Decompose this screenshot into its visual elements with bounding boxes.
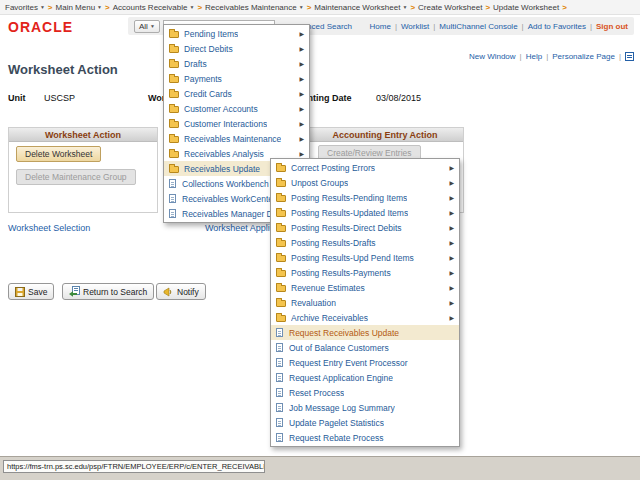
menu-item[interactable]: Posting Results-Drafts▶ (271, 235, 459, 250)
page-icon (276, 343, 283, 352)
return-to-search-button[interactable]: Return to Search (62, 283, 154, 300)
menu-item[interactable]: Drafts▶ (164, 56, 309, 71)
menu-item[interactable]: Posting Results-Pending Items▶ (271, 190, 459, 205)
menu-item[interactable]: Revaluation▶ (271, 295, 459, 310)
submenu-arrow-icon: ▶ (295, 120, 304, 127)
menu-item[interactable]: Customer Accounts▶ (164, 101, 309, 116)
submenu-arrow-icon: ▶ (295, 30, 304, 37)
folder-icon (169, 166, 179, 173)
accounting-date-value: 03/08/2015 (376, 93, 421, 103)
menu-item-label: Job Message Log Summary (289, 403, 395, 413)
page-icon (276, 328, 283, 337)
folder-icon (276, 270, 286, 277)
separator: | (619, 52, 621, 61)
page-icon (169, 194, 176, 203)
worksheet-selection-link[interactable]: Worksheet Selection (8, 223, 90, 233)
menu-item-label: Request Rebate Process (289, 433, 384, 443)
menu-item[interactable]: Job Message Log Summary (271, 400, 459, 415)
menu-item-label: Unpost Groups (291, 178, 348, 188)
separator: | (433, 22, 435, 31)
new-window-link[interactable]: New Window (469, 52, 516, 61)
submenu-arrow-icon: ▶ (445, 194, 454, 201)
menu-item-label: Posting Results-Drafts (291, 238, 376, 248)
breadcrumb-item-update-worksheet[interactable]: Update Worksheet (493, 3, 559, 12)
menu-item-label: Posting Results-Updated Items (291, 208, 408, 218)
breadcrumb-item-receivables-maintenance[interactable]: Receivables Maintenance▼ (205, 3, 304, 12)
copy-url-icon[interactable] (625, 52, 634, 61)
folder-icon (276, 180, 286, 187)
menu-item-label: Pending Items (184, 29, 238, 39)
menu-item[interactable]: Out of Balance Customers (271, 340, 459, 355)
menu-item-request-receivables-update[interactable]: Request Receivables Update (271, 325, 459, 340)
page-icon (276, 388, 283, 397)
folder-icon (169, 91, 179, 98)
breadcrumb-label: Create Worksheet (418, 3, 482, 12)
menu-item[interactable]: Payments▶ (164, 71, 309, 86)
folder-icon (276, 195, 286, 202)
menu-item[interactable]: Credit Cards▶ (164, 86, 309, 101)
submenu-arrow-icon: ▶ (295, 90, 304, 97)
personalize-page-link[interactable]: Personalize Page (552, 52, 615, 61)
menu-item[interactable]: Archive Receivables▶ (271, 310, 459, 325)
menu-item-label: Revaluation (291, 298, 336, 308)
notify-button[interactable]: Notify (156, 283, 206, 300)
chevron-down-icon: ▼ (402, 4, 407, 10)
save-button[interactable]: Save (8, 283, 54, 300)
page-icon (276, 403, 283, 412)
sign-out-link[interactable]: Sign out (596, 22, 628, 31)
submenu-arrow-icon: ▶ (295, 60, 304, 67)
breadcrumb-separator-icon: > (562, 3, 567, 12)
menu-item[interactable]: Request Application Engine (271, 370, 459, 385)
folder-icon (276, 300, 286, 307)
add-to-favorites-link[interactable]: Add to Favorites (528, 22, 586, 31)
delete-worksheet-button[interactable]: Delete Worksheet (16, 146, 101, 162)
receivables-update-submenu: Correct Posting Errors▶ Unpost Groups▶ P… (270, 158, 460, 447)
breadcrumb-item-maintenance-worksheet[interactable]: Maintenance Worksheet▼ (314, 3, 407, 12)
breadcrumb-item-accounts-receivable[interactable]: Accounts Receivable▼ (113, 3, 195, 12)
folder-icon (276, 210, 286, 217)
menu-item[interactable]: Receivables Maintenance▶ (164, 131, 309, 146)
chevron-down-icon: ▼ (97, 4, 102, 10)
folder-icon (169, 76, 179, 83)
worklist-link[interactable]: Worklist (401, 22, 429, 31)
breadcrumb-item-main-menu[interactable]: Main Menu▼ (56, 3, 103, 12)
menu-item[interactable]: Correct Posting Errors▶ (271, 160, 459, 175)
breadcrumb-item-favorites[interactable]: Favorites▼ (5, 3, 45, 12)
menu-item[interactable]: Request Rebate Process (271, 430, 459, 445)
menu-item[interactable]: Unpost Groups▶ (271, 175, 459, 190)
page-icon (276, 418, 283, 427)
menu-item[interactable]: Revenue Estimates▶ (271, 280, 459, 295)
breadcrumb-item-create-worksheet[interactable]: Create Worksheet (418, 3, 482, 12)
menu-item[interactable]: Direct Debits▶ (164, 41, 309, 56)
home-link[interactable]: Home (370, 22, 391, 31)
menu-item[interactable]: Customer Interactions▶ (164, 116, 309, 131)
menu-item-label: Drafts (184, 59, 207, 69)
header: ORACLE All▼ Advanced Search Home | Workl… (0, 15, 640, 39)
submenu-arrow-icon: ▶ (445, 179, 454, 186)
menu-item-label: Reset Process (289, 388, 344, 398)
menu-item-label: Request Receivables Update (289, 328, 399, 338)
delete-maintenance-group-button: Delete Maintenance Group (16, 169, 136, 185)
submenu-arrow-icon: ▶ (445, 269, 454, 276)
menu-item[interactable]: Update Pagelet Statistics (271, 415, 459, 430)
menu-item[interactable]: Posting Results-Direct Debits▶ (271, 220, 459, 235)
menu-item-label: Receivables Maintenance (184, 134, 281, 144)
menu-item-label: Credit Cards (184, 89, 232, 99)
help-link[interactable]: Help (526, 52, 542, 61)
folder-icon (169, 136, 179, 143)
menu-item[interactable]: Pending Items▶ (164, 26, 309, 41)
menu-item[interactable]: Reset Process (271, 385, 459, 400)
submenu-arrow-icon: ▶ (445, 164, 454, 171)
menu-item[interactable]: Posting Results-Payments▶ (271, 265, 459, 280)
page-icon (276, 358, 283, 367)
search-scope-button[interactable]: All▼ (134, 20, 160, 33)
menu-item[interactable]: Request Entry Event Processor (271, 355, 459, 370)
menu-item-label: Posting Results-Direct Debits (291, 223, 402, 233)
menu-item[interactable]: Posting Results-Upd Pend Items▶ (271, 250, 459, 265)
submenu-arrow-icon: ▶ (445, 239, 454, 246)
breadcrumb-separator-icon: > (105, 3, 110, 12)
multichannel-console-link[interactable]: MultiChannel Console (439, 22, 517, 31)
chevron-down-icon: ▼ (40, 4, 45, 10)
menu-item[interactable]: Posting Results-Updated Items▶ (271, 205, 459, 220)
breadcrumb-separator-icon: > (485, 3, 490, 12)
